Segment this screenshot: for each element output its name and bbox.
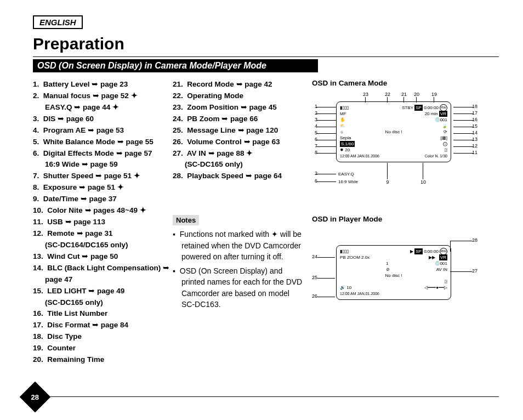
osd-list-item: Remote page 31(SC-DC164/DC165 only)	[33, 228, 173, 251]
osd-list-item: Playback Speed page 64	[173, 171, 304, 182]
callout: 4	[310, 123, 317, 129]
page-title: Preparation	[33, 35, 499, 53]
notes-header: Notes	[173, 215, 199, 225]
led-light-icon: 🍃	[442, 123, 447, 129]
callout: 11	[472, 150, 480, 155]
osd-list-item: Remaining Time	[33, 354, 173, 366]
remaining-time: 20 min	[425, 111, 438, 117]
osd-list-item: Volume Control page 63	[173, 137, 304, 148]
osd-list-item: Disc Format page 84	[33, 320, 173, 331]
callout: 19	[430, 92, 438, 97]
osd-list-item: Message Line page 120	[173, 125, 304, 137]
osd-list-item: Zoom Position page 45	[173, 102, 304, 113]
play-icon: ▶	[410, 248, 413, 254]
easyq-label: EASY.Q	[338, 172, 354, 177]
notes-list: Functions not marked with ✦ will be reta…	[173, 229, 304, 310]
digital-effect: Sepia	[340, 135, 351, 141]
callout: 26	[310, 293, 317, 299]
callout: 21	[400, 92, 408, 97]
camera-osd-screen: ▮▯▯▯STBY SP 0:00:00 RW MF20 min VR ✋💿001…	[336, 101, 451, 162]
callout: 22	[384, 92, 391, 97]
osd-list-col-2: Record Mode page 42Operating ModeZoom Po…	[173, 79, 304, 366]
remote-icon: ⍰	[445, 279, 447, 285]
title-rule	[33, 56, 499, 57]
callout: 24	[310, 254, 317, 259]
callout: 16	[472, 117, 480, 122]
language-label: ENGLISH	[33, 15, 83, 29]
rec-mode: SP	[414, 105, 423, 111]
disc-icon: 💿	[435, 117, 440, 123]
callout: 9	[384, 179, 391, 185]
callout: 8	[310, 150, 317, 155]
callout: 12	[472, 143, 480, 149]
figure-player-title: OSD in Player Mode	[312, 215, 499, 223]
figure-player: OSD in Player Mode 24 25 26 28 27 ▮▯▯▯▶ …	[310, 215, 499, 318]
av-in-label: AV IN	[436, 266, 447, 273]
callout: 7	[310, 143, 317, 149]
volume-bar: ◁━━━●━━▷	[424, 285, 447, 291]
mf-label: MF	[340, 111, 346, 117]
counter: 0:00:00	[424, 248, 439, 254]
rec-mode: SP	[414, 248, 423, 254]
player-osd-screen: ▮▯▯▯▶ SP 0:00:00 RW PB ZOOM 2.0x▶▶ VR 1💿…	[336, 245, 451, 300]
callout: 5	[310, 130, 317, 135]
usb-icon: ⍰	[445, 147, 447, 153]
callout: 23	[362, 92, 369, 97]
disc-format: VR	[439, 111, 447, 117]
callout: 6	[310, 137, 317, 142]
remote-icon: ⨀	[443, 141, 447, 147]
counter: 0:00:00	[424, 105, 439, 111]
wide-label: 16:9 Wide	[338, 179, 358, 184]
footer-rule	[45, 396, 499, 397]
osd-list-item: USB page 113	[33, 217, 173, 228]
message-line: No disc !	[340, 273, 447, 279]
callout: 18	[472, 104, 480, 109]
osd-list-item: AV IN page 88 ✦(SC-DC165 only)	[173, 148, 304, 171]
title-number: 001	[440, 117, 447, 123]
shutter-speed: S.1/60	[340, 141, 355, 147]
callout: 25	[310, 275, 317, 280]
osd-list-item: Date/Time page 37	[33, 194, 173, 205]
callout: 2	[310, 171, 317, 176]
osd-list-col-1: Battery Level page 23Manual focus page 5…	[33, 79, 173, 366]
osd-list-item: Record Mode page 42	[173, 79, 304, 90]
callout: 14	[472, 130, 480, 135]
callout: 28	[472, 237, 480, 243]
osd-list-item: LED LIGHT page 49(SC-DC165 only)	[33, 286, 173, 309]
title-number: 001	[440, 260, 447, 266]
program-ae-icon: ⛅	[340, 123, 345, 129]
osd-list-item: Wind Cut page 50	[33, 251, 173, 263]
playback-speed: ▶▶	[429, 254, 435, 260]
figure-camera-title: OSD in Camera Mode	[312, 79, 499, 87]
callout: 10	[419, 179, 427, 185]
osd-list-item: DIS page 60	[33, 113, 173, 125]
osd-list-item: White Balance Mode page 55	[33, 137, 173, 148]
datetime: 12:00 AM JAN.01.2006	[340, 153, 379, 159]
stby-label: STBY	[402, 105, 413, 111]
osd-list-item: Manual focus page 52 ✦EASY.Q page 44 ✦	[33, 90, 173, 113]
osd-list-item: Title List Number	[33, 308, 173, 320]
wind-cut-icon: ⟳	[444, 129, 447, 135]
volume: 🔊 10	[340, 285, 351, 291]
osd-list-item: Color Nite pages 48~49 ✦	[33, 205, 173, 217]
callout: 6	[310, 178, 317, 184]
osd-list-item: BLC (Back Light Compensation) page 47	[33, 263, 173, 286]
message-line: No disc !	[344, 129, 444, 135]
callout: 17	[472, 110, 480, 116]
callout: 15	[472, 123, 480, 129]
osd-list-item: Disc Type	[33, 331, 173, 343]
dis-icon: ✋	[340, 117, 345, 123]
slash-icon: ⊘	[340, 266, 436, 273]
note-item: Functions not marked with ✦ will be reta…	[173, 229, 304, 262]
osd-list-item: Shutter Speed page 51 ✦	[33, 171, 173, 182]
callout: 20	[413, 92, 420, 97]
callout: 13	[472, 137, 480, 142]
osd-list-item: Digital Effects Mode page 5716:9 Wide pa…	[33, 148, 173, 171]
callout: 27	[472, 268, 480, 274]
battery-icon: ▮▯▯▯	[340, 105, 349, 111]
section-title-bar: OSD (On Screen Display) in Camera Mode/P…	[33, 59, 318, 72]
color-nite: Color N. 1/30	[425, 153, 447, 159]
callout: 2	[310, 110, 317, 116]
osd-list-item: Counter	[33, 343, 173, 354]
note-item: OSD (On Screen Display) and printed name…	[173, 265, 304, 310]
